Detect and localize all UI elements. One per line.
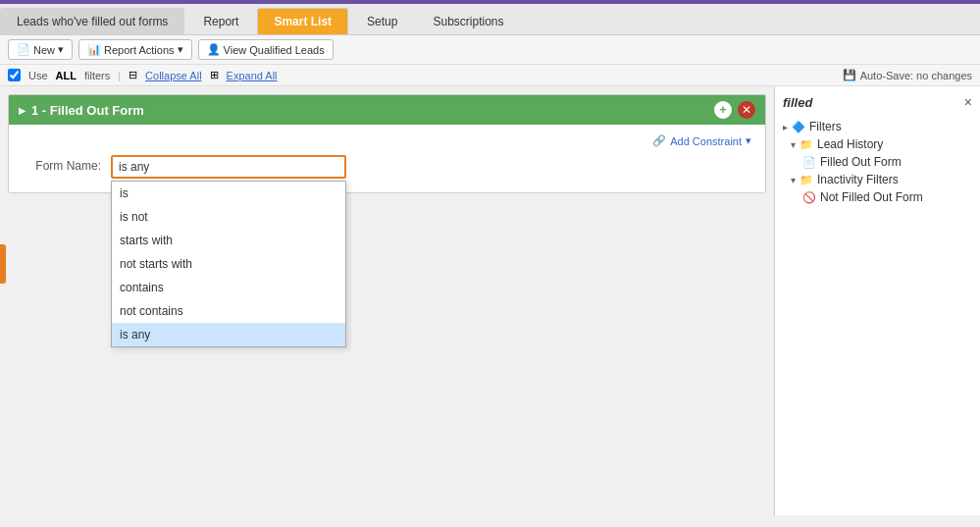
dropdown-item-notstartswith[interactable]: not starts with xyxy=(112,252,345,276)
left-panel: ▸ 1 - Filled Out Form + ✕ 🔗 Add Constrai… xyxy=(0,86,774,515)
dropdown-item-startswith[interactable]: starts with xyxy=(112,229,345,252)
view-icon: 👤 xyxy=(207,43,221,56)
card-collapse-arrow[interactable]: ▸ xyxy=(19,103,26,118)
dropdown-menu: is is not starts with not starts with co… xyxy=(111,181,346,347)
filter-card: ▸ 1 - Filled Out Form + ✕ 🔗 Add Constrai… xyxy=(8,94,766,193)
card-title: 1 - Filled Out Form xyxy=(31,103,144,118)
lead-history-expand-icon: ▾ xyxy=(791,139,796,150)
dropdown-item-notcontains[interactable]: not contains xyxy=(112,299,345,323)
collapse-all-icon: ⊟ xyxy=(129,69,137,81)
new-button[interactable]: 📄 New ▾ xyxy=(8,39,73,60)
toolbar: 📄 New ▾ 📊 Report Actions ▾ 👤 View Qualif… xyxy=(0,35,980,65)
autosave-text: Auto-Save: no changes xyxy=(860,70,972,81)
tab-smartlist[interactable]: Smart List xyxy=(257,8,348,34)
right-panel-close-button[interactable]: × xyxy=(964,94,972,110)
add-constraint-bar: 🔗 Add Constraint ▾ xyxy=(23,134,751,147)
report-icon: 📊 xyxy=(87,43,101,56)
form-name-label: Form Name: xyxy=(23,155,101,173)
right-panel-header: filled × xyxy=(783,94,972,110)
tab-setup[interactable]: Setup xyxy=(350,8,414,34)
new-dropdown-icon: ▾ xyxy=(58,43,64,56)
expand-all-icon: ⊞ xyxy=(210,69,219,81)
add-constraint-arrow: ▾ xyxy=(746,134,751,147)
main-layout: ▸ 1 - Filled Out Form + ✕ 🔗 Add Constrai… xyxy=(0,86,980,515)
card-header: ▸ 1 - Filled Out Form + ✕ xyxy=(9,95,765,125)
inactivity-expand-icon: ▾ xyxy=(791,175,796,185)
tree-item-lead-history[interactable]: ▾ 📁 Lead History xyxy=(783,135,972,153)
inactivity-filters-label: Inactivity Filters xyxy=(817,173,899,186)
card-add-button[interactable]: + xyxy=(714,101,732,119)
tree-item-filled-out-form[interactable]: 📄 Filled Out Form xyxy=(783,153,972,171)
filled-out-form-icon: 📄 xyxy=(802,156,816,169)
not-filled-out-form-label: Not Filled Out Form xyxy=(820,190,923,204)
right-panel-title: filled xyxy=(783,95,812,110)
form-name-select[interactable]: is is not starts with not starts with co… xyxy=(111,155,346,179)
tab-leads[interactable]: Leads who've filled out forms xyxy=(0,8,184,34)
dropdown-item-contains[interactable]: contains xyxy=(112,276,345,299)
not-filled-out-form-icon: 🚫 xyxy=(802,191,816,204)
filters-icon: 🔷 xyxy=(792,121,805,133)
view-qualified-leads-button[interactable]: 👤 View Qualified Leads xyxy=(198,39,334,60)
right-panel: filled × ▸ 🔷 Filters ▾ 📁 Lead History 📄 … xyxy=(774,86,980,515)
filters-expand-icon: ▸ xyxy=(783,122,788,132)
form-row: Form Name: is is not starts with not sta… xyxy=(23,155,751,179)
new-icon: 📄 xyxy=(17,43,30,56)
dropdown-item-isnot[interactable]: is not xyxy=(112,205,345,229)
filters-label: Filters xyxy=(809,120,842,133)
tree-item-not-filled-out-form[interactable]: 🚫 Not Filled Out Form xyxy=(783,188,972,206)
filled-out-form-label: Filled Out Form xyxy=(820,155,902,169)
dropdown-item-isany[interactable]: is any xyxy=(112,323,345,346)
card-body: 🔗 Add Constraint ▾ Form Name: is is not … xyxy=(9,125,765,192)
lead-history-folder-icon: 📁 xyxy=(799,138,813,151)
filter-bar: Use ALL filters | ⊟ Collapse All ⊞ Expan… xyxy=(0,65,980,86)
report-actions-button[interactable]: 📊 Report Actions ▾ xyxy=(78,39,192,60)
card-remove-button[interactable]: ✕ xyxy=(738,101,755,119)
filter-tree: ▸ 🔷 Filters ▾ 📁 Lead History 📄 Filled Ou… xyxy=(783,118,972,206)
dropdown-item-is[interactable]: is xyxy=(112,182,345,205)
add-constraint-icon: 🔗 xyxy=(652,134,666,147)
expand-all-link[interactable]: Expand All xyxy=(227,70,278,81)
tab-navigation: Leads who've filled out forms Report Sma… xyxy=(0,4,980,35)
tree-item-filters[interactable]: ▸ 🔷 Filters xyxy=(783,118,972,135)
autosave-icon: 💾 xyxy=(843,69,856,81)
use-all-checkbox[interactable] xyxy=(8,69,21,81)
select-wrapper: is is not starts with not starts with co… xyxy=(111,155,346,179)
add-constraint-button[interactable]: 🔗 Add Constraint ▾ xyxy=(652,134,751,147)
inactivity-folder-icon: 📁 xyxy=(799,174,813,186)
tab-subscriptions[interactable]: Subscriptions xyxy=(416,8,520,34)
tab-report[interactable]: Report xyxy=(186,8,255,34)
report-dropdown-icon: ▾ xyxy=(178,43,183,56)
collapse-all-link[interactable]: Collapse All xyxy=(145,70,201,81)
lead-history-label: Lead History xyxy=(817,137,883,151)
tree-item-inactivity-filters[interactable]: ▾ 📁 Inactivity Filters xyxy=(783,171,972,188)
left-orange-indicator xyxy=(0,244,6,284)
